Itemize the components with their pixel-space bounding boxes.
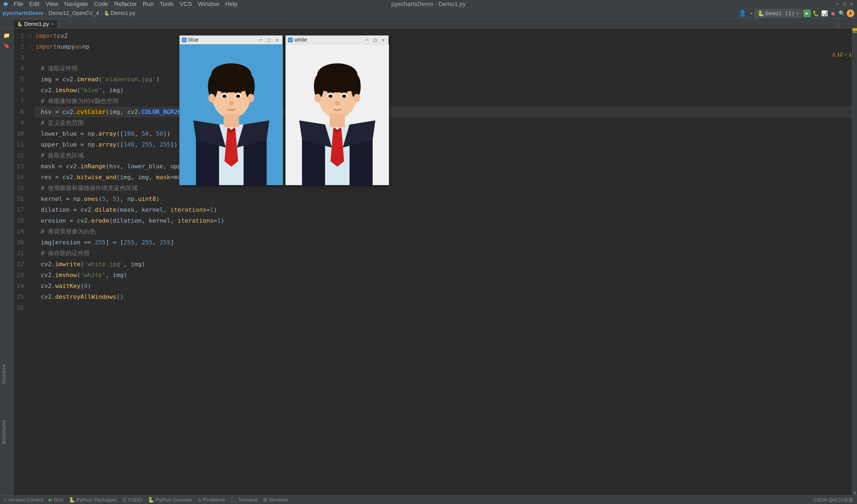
run-with-coverage[interactable]: 📊 [821,10,828,17]
terminal-icon: ⬛ [231,497,237,503]
menu-window[interactable]: Window [195,0,222,8]
menu-edit[interactable]: Edit [27,0,42,8]
svg-text:cv: cv [289,39,292,41]
code-line-19: # 将背景替换为白色 [35,226,852,237]
photo-blue-svg [180,44,283,185]
code-line-16: kernel = np.ones(5, 5), np.uint8) [35,194,852,204]
todo-icon: ☰ [122,497,127,503]
code-line-23: cv2.imshow('white', img) [35,270,852,281]
status-version-control[interactable]: ⑂ Version Control [4,497,43,503]
cv-titlebar-white[interactable]: cv white ─ □ ✕ [286,36,388,44]
stop-button[interactable]: ■ [829,10,837,17]
sidebar-project-icon[interactable]: 📁 [2,31,12,40]
svg-point-51 [335,101,340,104]
fold-btn-2[interactable]: ▽ [27,41,33,52]
tab-bar: 🐍 Demo1.py ✕ ⋮ [0,18,857,28]
status-python-console[interactable]: 🐍 Python Console [148,497,192,503]
fold-spacer-10 [27,128,33,139]
ok-count: 1 [849,52,852,57]
fold-spacer-17 [27,204,33,215]
fold-spacer-23 [27,270,33,281]
svg-rect-13 [224,114,239,127]
cv-minimize-blue[interactable]: ─ [258,37,264,43]
code-line-15: # 使用膨胀和腐蚀操作填充蓝色区域 [35,183,852,194]
photo-white-svg [286,44,389,185]
minimize-button[interactable]: ─ [835,1,840,7]
run-icon: ▶ [49,497,53,503]
cv-maximize-white[interactable]: □ [372,37,378,43]
breadcrumb-project[interactable]: pyechartsDemo [3,10,44,16]
sidebar-structure-label[interactable]: Structure [0,363,8,387]
services-label: Services [269,497,288,503]
code-editor[interactable]: import cv2 import numpy as np # 读取证件照 im… [33,28,852,495]
status-todo[interactable]: ☰ TODO [122,497,143,503]
menu-file[interactable]: File [11,0,26,8]
menu-run[interactable]: Run [140,0,156,8]
cv-window-blue: cv blue ─ □ ✕ [179,35,283,185]
line-numbers: 1 2 3 4 5 6 7 8 9 10 11 12 13 14 15 16 1… [14,28,27,495]
run-button[interactable]: ▶ [803,10,811,17]
menu-view[interactable]: View [43,0,61,8]
sidebar-bookmark-icon[interactable]: 🔖 [2,41,12,51]
fold-spacer-26 [27,302,33,313]
status-run[interactable]: ▶ Run [49,497,63,503]
svg-point-49 [330,95,332,97]
user-avatar[interactable]: A [847,10,854,17]
error-gutter: ⚠ 12 ✓ 1 ▲ ▼ [852,28,857,495]
menu-refactor[interactable]: Refactor [112,0,139,8]
cv-titlebar-blue[interactable]: cv blue ─ □ ✕ [180,36,282,44]
user-icon[interactable]: 👤 ▾ [739,10,753,17]
status-services[interactable]: ⚙ Services [263,497,288,503]
close-button[interactable]: ✕ [849,1,854,7]
tab-file-icon: 🐍 [17,21,22,27]
scroll-up-button[interactable]: ▲ [854,28,856,33]
debug-button[interactable]: 🐛 [812,10,820,17]
fold-spacer-15 [27,183,33,194]
menu-navigate[interactable]: Navigate [62,0,91,8]
menu-help[interactable]: Help [222,0,240,8]
code-line-12: # 提取蓝色区域 [35,150,852,161]
code-line-21: # 保存新的证件照 [35,248,852,259]
cv-minimize-white[interactable]: ─ [364,37,370,43]
fold-spacer-22 [27,259,33,270]
tab-demo1[interactable]: 🐍 Demo1.py ✕ [14,20,57,28]
tab-options-button[interactable]: ⋮ [835,21,841,28]
menu-vcs[interactable]: VCS [177,0,195,8]
run-config-icon: 🐍 [757,10,764,17]
svg-text:PC: PC [4,3,7,5]
status-problems[interactable]: ⚠ Problems [197,497,225,503]
run-config-label: Demo1 (1) [766,10,795,17]
fold-spacer-8 [27,106,33,117]
run-config-arrow: ▾ [796,10,799,17]
status-python-packages[interactable]: 🐍 Python Packages [69,497,117,503]
menu-tools[interactable]: Tools [157,0,177,8]
scroll-down-button[interactable]: ▼ [854,490,856,495]
cv-window-white-title: white [295,37,362,43]
fold-btn-1[interactable]: ▽ [27,31,33,41]
cv-close-blue[interactable]: ✕ [274,37,280,43]
code-line-13: mask = cv2.inRange(hsv, lower_blue, uppe… [35,161,852,172]
breadcrumb-file-icon: 🐍 [104,11,110,16]
cv-maximize-blue[interactable]: □ [266,37,272,43]
fold-gutter: ▽ ▽ [27,28,33,495]
cv-close-white[interactable]: ✕ [380,37,386,43]
breadcrumb-folder[interactable]: Demo12_OpenCV_4 [49,10,99,16]
cv-content-white [286,44,389,185]
cv-icon-white: cv [288,37,293,43]
breadcrumb-file[interactable]: Demo1.py [111,10,135,16]
fold-spacer-4 [27,63,33,74]
run-config-dropdown[interactable]: 🐍 Demo1 (1) ▾ [755,9,802,17]
status-terminal[interactable]: ⬛ Terminal [231,497,258,503]
tab-close-button[interactable]: ✕ [51,21,54,27]
search-button[interactable]: 🔍 [838,10,845,17]
code-line-8: hsv = cv2.cvtColor(img, cv2.COLOR_BGR2HS… [35,106,852,117]
svg-point-52 [315,94,321,102]
menu-code[interactable]: Code [91,0,111,8]
cv-window-blue-title: blue [188,37,256,43]
cv-window-white-controls: ─ □ ✕ [364,37,386,43]
left-sidebar: 📁 🔖 Structure Bookmarks [0,28,14,495]
code-line-5: img = cv2.imread('xiaoercun.jpg') [35,74,852,85]
maximize-button[interactable]: □ [842,1,847,7]
code-line-10: lower_blue = np.array([100, 50, 50]) [35,128,852,139]
sidebar-bookmarks-label[interactable]: Bookmarks [0,418,8,447]
